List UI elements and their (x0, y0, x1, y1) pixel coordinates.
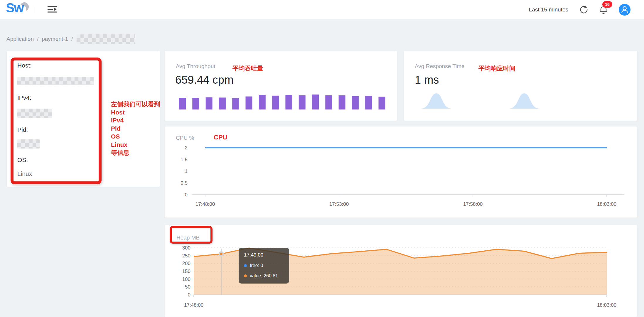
svg-text:0: 0 (185, 192, 188, 198)
logo-text: Sw (6, 1, 23, 15)
red-note-line: 左侧我们可以看到 (111, 100, 160, 108)
svg-text:17:58:00: 17:58:00 (463, 201, 483, 207)
red-note-line: OS (111, 132, 160, 141)
ipv4-label: IPv4: (17, 94, 31, 101)
tooltip-dot-free (244, 264, 247, 267)
svg-text:2: 2 (185, 145, 188, 151)
red-note-line: Linux (111, 141, 160, 149)
svg-text:18:03:00: 18:03:00 (597, 201, 616, 207)
red-note-cpu: CPU (214, 134, 227, 141)
notifications-button[interactable]: 16 (599, 5, 608, 15)
svg-text:0: 0 (188, 292, 190, 298)
response-card: Avg Response Time 1 ms (404, 50, 638, 121)
red-note-line: Pid (111, 124, 160, 133)
throughput-bar-chart (165, 51, 397, 121)
svg-text:1.5: 1.5 (181, 157, 188, 162)
svg-text:1: 1 (185, 168, 188, 174)
collapse-menu-icon (47, 5, 58, 13)
svg-text:50: 50 (185, 284, 190, 290)
os-label: OS: (17, 156, 28, 163)
svg-text:0.5: 0.5 (181, 180, 188, 186)
tooltip-row-text: value: 260.81 (250, 273, 278, 279)
cpu-chart[interactable]: 21.510.5017:48:0017:53:0017:58:0018:03:0… (165, 127, 638, 218)
user-icon (619, 4, 630, 16)
breadcrumb: Application / payment-1 / (6, 34, 135, 44)
ipv4-value-redacted (17, 109, 52, 118)
tooltip-row-text: free: 0 (250, 263, 263, 268)
breadcrumb-redacted-item (77, 34, 135, 44)
svg-text:17:48:00: 17:48:00 (184, 302, 203, 308)
svg-text:17:53:00: 17:53:00 (329, 201, 349, 207)
user-avatar[interactable] (619, 4, 630, 16)
response-spark-chart (404, 51, 638, 121)
cpu-card: CPU % 21.510.5017:48:0017:53:0017:58:001… (164, 126, 638, 218)
topbar-divider (33, 6, 33, 12)
refresh-icon (579, 5, 588, 14)
red-note-line: 等信息 (111, 149, 160, 157)
collapse-menu-button[interactable] (46, 4, 58, 14)
red-note-line: Host (111, 108, 160, 117)
skywalking-logo[interactable]: Sw (6, 2, 35, 16)
tooltip-time: 17:49:00 (244, 252, 284, 258)
svg-text:17:48:00: 17:48:00 (195, 201, 215, 207)
host-label: Host: (17, 62, 32, 69)
heap-chart[interactable]: 30025020015010050017:48:0018:03:00 (165, 225, 638, 317)
svg-text:150: 150 (182, 269, 190, 274)
time-range-selector[interactable]: Last 15 minutes (529, 6, 568, 13)
refresh-button[interactable] (579, 5, 588, 15)
red-note-host: 左侧我们可以看到 Host IPv4 Pid OS Linux 等信息 (111, 100, 160, 157)
breadcrumb-item-application[interactable]: Application (6, 36, 34, 42)
svg-text:200: 200 (182, 261, 190, 266)
breadcrumb-item-payment-1[interactable]: payment-1 (42, 36, 68, 42)
red-note-throughput: 平均吞吐量 (232, 64, 263, 72)
breadcrumb-separator: / (71, 36, 73, 42)
tooltip-dot-value (244, 274, 247, 277)
heap-card: Heap MB 30025020015010050017:48:0018:03:… (164, 225, 638, 317)
pid-value-redacted (17, 139, 40, 149)
svg-text:300: 300 (182, 245, 190, 251)
top-bar: Sw Last 15 minutes 16 (0, 0, 644, 19)
tooltip-row: free: 0 (244, 263, 284, 268)
breadcrumb-separator: / (37, 36, 38, 42)
host-value-redacted (17, 77, 94, 85)
throughput-card: Avg Throughput 659.44 cpm (164, 50, 397, 121)
pid-label: Pid: (17, 126, 28, 133)
red-note-response: 平均响应时间 (478, 64, 515, 72)
os-value: Linux (17, 170, 32, 177)
heap-tooltip: 17:49:00 free: 0 value: 260.81 (239, 248, 289, 284)
tooltip-row: value: 260.81 (244, 273, 284, 279)
svg-text:100: 100 (182, 276, 190, 282)
svg-text:250: 250 (182, 253, 190, 259)
red-note-line: IPv4 (111, 116, 160, 124)
notification-badge: 16 (602, 1, 612, 8)
svg-text:18:03:00: 18:03:00 (597, 302, 616, 308)
